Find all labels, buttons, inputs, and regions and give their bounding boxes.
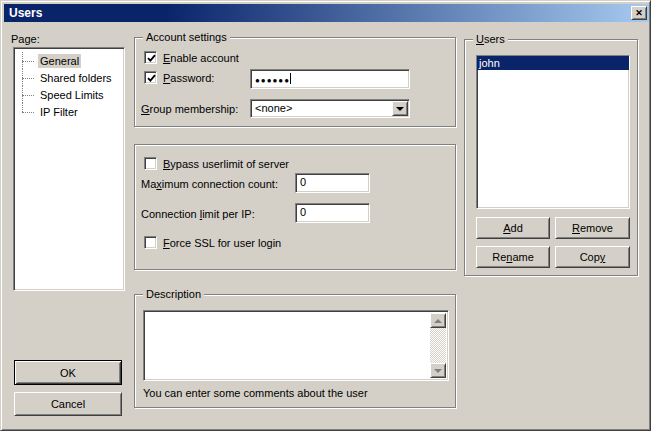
force-ssl-checkbox[interactable] bbox=[144, 236, 157, 249]
password-checkbox[interactable] bbox=[144, 71, 157, 84]
max-connection-count-input[interactable]: 0 bbox=[295, 173, 370, 193]
arrow-down-icon bbox=[434, 369, 442, 377]
account-settings-title: Account settings bbox=[143, 31, 230, 43]
users-dialog: Users ✕ Page: General Shared folders Spe… bbox=[0, 0, 651, 431]
bypass-userlimit-row: Bypass userlimit of server bbox=[144, 157, 289, 170]
users-list[interactable]: john bbox=[476, 55, 630, 209]
users-group-title: Users bbox=[473, 33, 508, 45]
title-bar[interactable]: Users ✕ bbox=[4, 4, 649, 22]
tree-item-speed-limits[interactable]: Speed Limits bbox=[14, 86, 124, 103]
add-button-label: Add bbox=[503, 222, 523, 234]
arrow-up-icon bbox=[434, 315, 442, 323]
check-icon bbox=[147, 54, 156, 63]
ok-button[interactable]: OK bbox=[14, 360, 122, 385]
enable-account-row: Enable account bbox=[144, 51, 239, 64]
cancel-button[interactable]: Cancel bbox=[14, 392, 122, 416]
page-label: Page: bbox=[11, 33, 40, 45]
force-ssl-label: Force SSL for user login bbox=[163, 237, 281, 249]
tree-item-ip-filter[interactable]: IP Filter bbox=[14, 103, 124, 120]
scroll-down-button[interactable] bbox=[430, 363, 446, 378]
close-button[interactable]: ✕ bbox=[631, 6, 647, 20]
rename-button[interactable]: Rename bbox=[476, 246, 550, 268]
password-label: Password: bbox=[163, 72, 214, 84]
enable-account-label: Enable account bbox=[163, 52, 239, 64]
description-title: Description bbox=[143, 288, 204, 300]
description-group: Description You can enter some comments … bbox=[134, 294, 456, 408]
tree-item-shared-folders[interactable]: Shared folders bbox=[14, 69, 124, 86]
rename-button-label: Rename bbox=[492, 251, 534, 263]
group-membership-value: <none> bbox=[255, 102, 292, 114]
enable-account-checkbox[interactable] bbox=[144, 51, 157, 64]
description-scrollbar[interactable] bbox=[430, 313, 446, 378]
remove-button[interactable]: Remove bbox=[555, 217, 630, 239]
connection-limit-per-ip-input[interactable]: 0 bbox=[295, 203, 370, 223]
force-ssl-row: Force SSL for user login bbox=[144, 236, 281, 249]
password-masked-value: ●●●●●● bbox=[255, 76, 290, 85]
max-connection-count-label: Maximum connection count: bbox=[141, 178, 278, 190]
connection-limit-per-ip-label: Connection limit per IP: bbox=[141, 208, 255, 220]
password-row: Password: bbox=[144, 71, 214, 84]
cancel-button-label: Cancel bbox=[51, 398, 85, 410]
account-settings-group: Account settings Enable account Password… bbox=[134, 37, 456, 127]
users-group: Users john Add Remove Rename Copy bbox=[464, 39, 638, 276]
text-caret bbox=[290, 73, 291, 84]
add-button[interactable]: Add bbox=[476, 217, 550, 239]
chevron-down-icon bbox=[396, 107, 404, 115]
ok-button-label: OK bbox=[60, 367, 76, 379]
remove-button-label: Remove bbox=[572, 222, 613, 234]
window-title: Users bbox=[9, 6, 42, 20]
bypass-userlimit-checkbox[interactable] bbox=[144, 157, 157, 170]
description-textarea[interactable] bbox=[143, 310, 449, 381]
copy-button[interactable]: Copy bbox=[555, 246, 630, 268]
tree-item-general[interactable]: General bbox=[14, 52, 124, 69]
group-membership-label: Group membership: bbox=[141, 103, 238, 115]
check-icon bbox=[147, 74, 156, 83]
group-membership-select[interactable]: <none> bbox=[250, 99, 410, 118]
description-helper-text: You can enter some comments about the us… bbox=[143, 387, 368, 399]
connection-limits-group: Bypass userlimit of server Maximum conne… bbox=[134, 144, 456, 270]
close-icon: ✕ bbox=[635, 9, 643, 18]
password-input[interactable]: ●●●●●● bbox=[250, 69, 410, 89]
copy-button-label: Copy bbox=[580, 251, 606, 263]
group-membership-dropdown-button[interactable] bbox=[392, 101, 408, 116]
scroll-up-button[interactable] bbox=[430, 313, 446, 328]
user-list-item[interactable]: john bbox=[477, 56, 629, 70]
bypass-userlimit-label: Bypass userlimit of server bbox=[163, 158, 289, 170]
page-tree[interactable]: General Shared folders Speed Limits IP F… bbox=[13, 47, 125, 291]
